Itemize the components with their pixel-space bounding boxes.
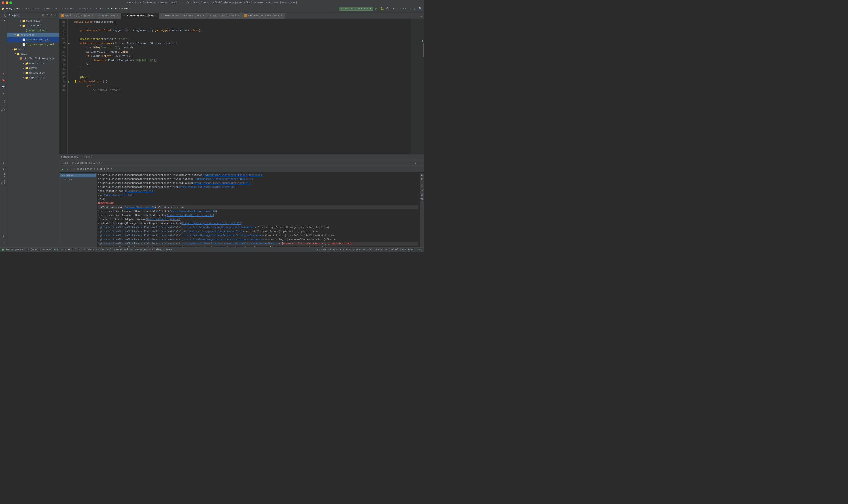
status-line-ending[interactable]: LF ÷: [328, 248, 334, 251]
coverage-button[interactable]: ☂: [391, 6, 396, 11]
bottom-settings-btn[interactable]: ⚙: [413, 160, 418, 165]
tab-close-icon[interactable]: ×: [155, 14, 157, 17]
close-button[interactable]: [2, 1, 4, 4]
run-gutter-25[interactable]: ▶: [68, 41, 71, 46]
activity-camera[interactable]: 📷: [0, 84, 7, 90]
run-button[interactable]: ▶: [374, 6, 379, 11]
scroll-down-btn[interactable]: ▼: [420, 178, 424, 181]
link[interactable]: ConsumerTest.java:29: [125, 205, 155, 210]
tree-item-annotation[interactable]: ▶ 📁 annotation: [7, 61, 59, 66]
tree-item-application-yml[interactable]: ▶ 📄 application.yml: [7, 37, 59, 42]
nav-project[interactable]: easy-java: [5, 7, 21, 11]
nav-tk[interactable]: tk: [53, 7, 58, 11]
nav-easyjava[interactable]: easyjava: [78, 7, 92, 11]
activity-star2[interactable]: ☆: [0, 240, 7, 246]
print-btn[interactable]: 🖨: [420, 193, 424, 196]
editor-content[interactable]: 20 21 22 23 24 25 26 27 28 29 30 31 32 3…: [59, 19, 424, 154]
nav-consumertest[interactable]: ConsumerTest: [110, 7, 131, 11]
run-config-dropdown[interactable]: ● ConsumerTest.run ▼: [339, 7, 373, 11]
maximize-button[interactable]: [10, 1, 12, 4]
link[interactable]: InvocableHandlerMethod.java:170: [169, 210, 216, 213]
status-todo[interactable]: ☰ 6: TODO: [68, 248, 82, 251]
status-messages[interactable]: 0: Messages: [130, 248, 147, 251]
status-position[interactable]: 852:48: [317, 248, 326, 251]
status-test-result[interactable]: Tests passed: 0 (a minute ago): [6, 248, 53, 251]
bottom-tab-close[interactable]: ×: [101, 161, 103, 164]
status-memory[interactable]: 206 of 989M: [389, 248, 406, 251]
tree-item-package[interactable]: ▼ 📦 tk.fishfish.easyjava: [7, 56, 59, 61]
activity-upload[interactable]: ⬆: [0, 90, 7, 96]
tree-item-async[interactable]: ▶ 📁 async: [7, 66, 59, 71]
activity-structure[interactable]: Z: Structure: [0, 102, 7, 108]
link[interactable]: KafkaMessageListenerContainer.java:924: [195, 177, 252, 181]
status-git[interactable]: Git: master ÷: [367, 248, 387, 251]
sync-icon[interactable]: ⟳: [42, 14, 45, 17]
status-findbugs[interactable]: ● FindBugs-IDEA: [149, 248, 172, 251]
scroll-up-btn[interactable]: ▲: [420, 173, 424, 177]
run-play-btn[interactable]: ▶: [60, 167, 65, 172]
tab-close-icon[interactable]: ×: [116, 14, 119, 17]
nav-kafka[interactable]: kafka: [94, 7, 104, 11]
link[interactable]: MessagingMessageListenerAdapter.java:283: [181, 221, 241, 226]
link[interactable]: KafkaMessageListenerContainer.java:1096: [204, 173, 262, 177]
tree-item-datasource[interactable]: ▶ 📁 datasource: [7, 71, 59, 75]
tree-item-threadpool[interactable]: ▶ 📁 threadpool: [7, 23, 59, 28]
link[interactable]: KafkaMessageListenerContainer.java:689: [178, 185, 235, 189]
activity-run[interactable]: ●: [0, 71, 7, 77]
run-sidebar-consumer[interactable]: ● Consum...: [60, 174, 96, 178]
activity-star[interactable]: ★: [0, 233, 7, 239]
tree-item-logback[interactable]: ▶ 📄 logback-spring.xml: [7, 42, 59, 47]
link[interactable]: InvocableHandlerMethod.java:120: [166, 213, 213, 217]
nav-fishfish[interactable]: fishfish: [61, 7, 75, 11]
tab-close-icon[interactable]: ×: [237, 14, 240, 17]
back-button[interactable]: ←: [333, 6, 338, 11]
bottom-close-btn[interactable]: —: [418, 160, 423, 165]
tree-item-application[interactable]: ▶ 🍃 Application: [7, 28, 59, 33]
link[interactable]: KafkaMessageListenerContainer.java:740: [193, 181, 250, 185]
search-button[interactable]: 🔍: [418, 6, 422, 11]
traffic-lights[interactable]: [2, 1, 12, 4]
link[interactable]: Executors.java:511: [126, 189, 153, 193]
clear-btn[interactable]: 🗑: [420, 197, 424, 201]
code-editor[interactable]: public class ConsumerTest { private stat…: [72, 19, 410, 154]
wrap-btn[interactable]: ≡: [420, 184, 424, 188]
activity-project[interactable]: 1: Project: [0, 13, 7, 19]
tab-application-java[interactable]: J Application.java ×: [59, 13, 96, 19]
scrollbar-thumb[interactable]: [423, 42, 424, 57]
filter-icon[interactable]: ≡: [46, 14, 49, 17]
gear-icon[interactable]: ⚙: [50, 14, 53, 17]
tree-item-java-test[interactable]: ▼ 📁 java: [7, 52, 59, 56]
tab-easy-java[interactable]: ◈ easy-java ×: [96, 13, 121, 19]
run-output[interactable]: er.KafkaMessageListenerContainer$Listene…: [97, 173, 419, 247]
tab-close-icon[interactable]: ×: [91, 14, 94, 17]
activity-database[interactable]: 🗄: [0, 166, 7, 173]
status-event-log[interactable]: Event Log: [408, 248, 422, 251]
tab-consumer-test[interactable]: ✓ ConsumerTest.java ×: [121, 13, 160, 19]
settings-button[interactable]: ⚙: [412, 6, 417, 11]
nav-test[interactable]: test: [32, 7, 40, 11]
debug-button[interactable]: 🐛: [380, 6, 384, 11]
filter-output-btn[interactable]: ⊟: [420, 188, 424, 192]
tab-close-icon[interactable]: ×: [280, 14, 283, 17]
link[interactable]: FutureTask.java:266: [104, 193, 132, 197]
activity-bookmark[interactable]: 🔖: [0, 77, 7, 83]
nav-java[interactable]: java: [43, 7, 51, 11]
tree-item-controller[interactable]: ▶ 📁 controller: [7, 18, 59, 23]
run-check-btn[interactable]: ✓: [65, 167, 70, 172]
status-version-control[interactable]: 9: Version Control: [84, 248, 112, 251]
tab-application-yml[interactable]: ⚙ application.yml ×: [207, 13, 242, 19]
run-stop-btn[interactable]: ⬛: [71, 167, 75, 172]
status-terminal[interactable]: ⊟ Terminal: [113, 248, 128, 251]
nav-src[interactable]: src: [23, 7, 30, 11]
tree-item-test[interactable]: ▼ 📁 test: [7, 47, 59, 52]
close-panel-icon[interactable]: ×: [54, 14, 57, 17]
run-gutter-34[interactable]: ▶: [68, 79, 71, 84]
tree-item-resources[interactable]: ▼ 📁 resources: [7, 33, 59, 37]
bottom-tab-run[interactable]: ▶ ConsumerTest.run ×: [71, 160, 104, 166]
tree-item-repository[interactable]: ▶ 📁 repository: [7, 75, 59, 80]
tab-close-icon[interactable]: ×: [202, 14, 205, 17]
link[interactable]: HandlerAdapter.java:48: [147, 217, 180, 221]
run-sidebar-run[interactable]: ⚙ run: [60, 178, 96, 181]
tab-kafka-properties[interactable]: J KafkaProperties.java ×: [242, 13, 285, 19]
activity-terminal[interactable]: ⊞: [0, 160, 7, 166]
